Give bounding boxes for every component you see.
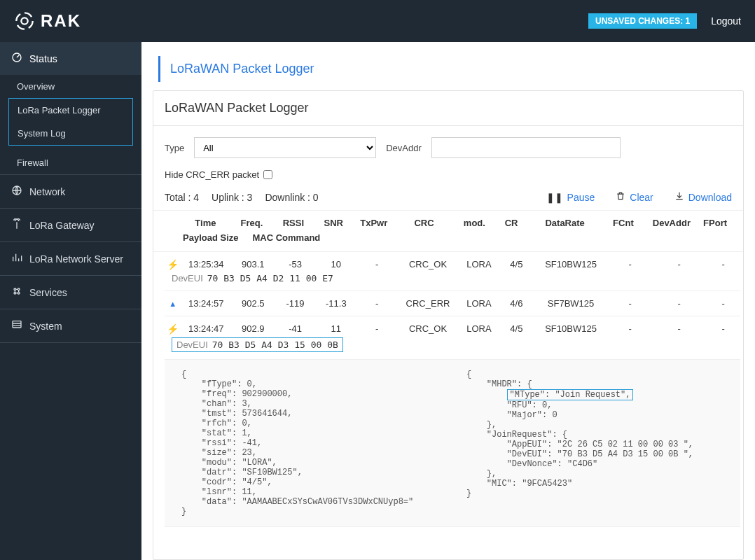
svg-rect-7	[13, 321, 21, 328]
pause-button[interactable]: ❚❚ Pause	[546, 191, 595, 203]
filter-row: Type All DevAddr	[153, 126, 743, 169]
sidebar-item-overview[interactable]: Overview	[0, 75, 141, 98]
deveui-value: 70 B3 D5 A4 D3 15 00 0B	[212, 340, 338, 350]
sidebar: Status Overview LoRa Packet Logger Syste…	[0, 42, 141, 560]
col-txpwr: TxPwr	[354, 216, 394, 231]
col-cr: CR	[494, 216, 528, 231]
sidebar-label: System	[29, 321, 62, 332]
col-rssi: RSSI	[273, 216, 313, 231]
sidebar-item-network[interactable]: Network	[0, 175, 141, 208]
col-payload-size: Payload Size	[183, 231, 238, 246]
pause-label: Pause	[567, 192, 595, 203]
uplink-count: Uplink : 3	[212, 192, 252, 203]
detail-right: { "MHDR": { "MType": "Join Request", "RF…	[466, 370, 723, 517]
panel: LoRaWAN Packet Logger Type All DevAddr H…	[153, 90, 744, 560]
main-content: LoRaWAN Packet Logger LoRaWAN Packet Log…	[141, 42, 755, 560]
header-bar: RAK UNSAVED CHANGES: 1 Logout	[0, 0, 755, 42]
clear-button[interactable]: Clear	[616, 191, 653, 203]
col-freq: Freq.	[230, 216, 273, 231]
col-crc: CRC	[394, 216, 454, 231]
sidebar-label: Status	[29, 53, 57, 64]
sidebar-item-lora-network-server[interactable]: LoRa Network Server	[0, 242, 141, 275]
download-label: Download	[688, 192, 732, 203]
table-header: Time Freq. RSSI SNR TxPwr CRC mod. CR Da…	[153, 210, 743, 252]
packet-detail: { "fType": 0, "freq": 902900000, "chan":…	[165, 360, 740, 527]
summary-row: Total : 4 Uplink : 3 Downlink : 0 ❚❚ Pau…	[153, 187, 743, 210]
logo-icon	[14, 10, 35, 31]
devaddr-label: DevAddr	[386, 143, 422, 153]
table-row[interactable]: ⚡13:24:47902.9-4111-CRC_OKLORA4/5SF10BW1…	[165, 316, 740, 360]
hide-crc-checkbox[interactable]	[263, 170, 272, 179]
deveui-label: DevEUI	[176, 340, 208, 350]
logo: RAK	[14, 10, 81, 31]
breadcrumb: LoRaWAN Packet Logger	[158, 56, 738, 82]
svg-point-5	[14, 292, 16, 294]
sidebar-item-system[interactable]: System	[0, 309, 141, 342]
sidebar-active-group: LoRa Packet Logger System Log	[8, 98, 133, 146]
deveui-box: DevEUI70 B3 D5 A4 D3 15 00 0B	[172, 337, 343, 352]
downlink-count: Downlink : 0	[265, 192, 318, 203]
dashboard-icon	[11, 52, 22, 65]
logout-link[interactable]: Logout	[711, 15, 741, 27]
sidebar-item-firewall[interactable]: Firewall	[0, 151, 141, 174]
svg-point-0	[21, 18, 27, 24]
sidebar-item-packet-logger[interactable]: LoRa Packet Logger	[9, 99, 132, 122]
deveui-label: DevEUI	[172, 273, 203, 284]
page-title: LoRaWAN Packet Logger	[153, 91, 743, 126]
type-select[interactable]: All	[194, 137, 376, 158]
sidebar-label: LoRa Network Server	[29, 253, 123, 265]
expand-icon: ▲	[169, 300, 176, 308]
col-mod: mod.	[455, 216, 494, 231]
uplink-icon: ⚡	[167, 323, 179, 335]
unsaved-changes-badge[interactable]: UNSAVED CHANGES: 1	[588, 13, 697, 29]
antenna-icon	[11, 218, 22, 232]
table-row[interactable]: ▲13:24:57902.5-119-11.3-CRC_ERRLORA4/6SF…	[165, 291, 740, 316]
detail-left: { "fType": 0, "freq": 902900000, "chan":…	[181, 370, 438, 517]
total-count: Total : 4	[165, 192, 199, 203]
download-icon	[674, 191, 684, 203]
sidebar-item-services[interactable]: Services	[0, 276, 141, 309]
packet-list[interactable]: ⚡13:25:34903.1-5310-CRC_OKLORA4/5SF10BW1…	[153, 252, 743, 559]
svg-point-3	[14, 288, 16, 290]
type-label: Type	[165, 143, 184, 153]
sidebar-item-status[interactable]: Status	[0, 42, 141, 75]
col-fcnt: FCnt	[602, 216, 644, 231]
col-time: Time	[181, 216, 230, 231]
col-mac-command: MAC Command	[252, 231, 320, 246]
col-datarate: DataRate	[528, 216, 602, 231]
uplink-icon: ⚡	[167, 259, 179, 270]
system-icon	[11, 319, 22, 332]
sidebar-item-lora-gateway[interactable]: LoRa Gateway	[0, 209, 141, 241]
mtype-highlight: "MType": "Join Request",	[507, 389, 634, 400]
brand-text: RAK	[41, 11, 81, 31]
services-icon	[11, 286, 22, 299]
sidebar-label: Network	[29, 186, 65, 197]
sidebar-label: Services	[29, 287, 67, 298]
trash-icon	[616, 191, 625, 203]
hide-crc-row: Hide CRC_ERR packet	[153, 169, 743, 187]
col-devaddr: DevAddr	[645, 216, 699, 231]
col-snr: SNR	[314, 216, 354, 231]
hide-crc-label: Hide CRC_ERR packet	[165, 169, 259, 180]
download-button[interactable]: Download	[674, 191, 732, 203]
sidebar-item-system-log[interactable]: System Log	[9, 122, 132, 145]
devaddr-input[interactable]	[431, 137, 621, 158]
col-fport: FPort	[698, 216, 732, 231]
svg-point-4	[18, 288, 20, 290]
sidebar-label: LoRa Gateway	[29, 220, 95, 231]
clear-label: Clear	[630, 192, 653, 203]
deveui-value: 70 B3 D5 A4 D2 11 00 E7	[207, 273, 333, 284]
bars-icon	[11, 252, 22, 265]
table-row[interactable]: ⚡13:25:34903.1-5310-CRC_OKLORA4/5SF10BW1…	[165, 252, 740, 291]
header-right: UNSAVED CHANGES: 1 Logout	[588, 13, 741, 29]
pause-icon: ❚❚	[546, 192, 563, 203]
network-icon	[11, 185, 22, 198]
svg-point-6	[18, 292, 20, 294]
